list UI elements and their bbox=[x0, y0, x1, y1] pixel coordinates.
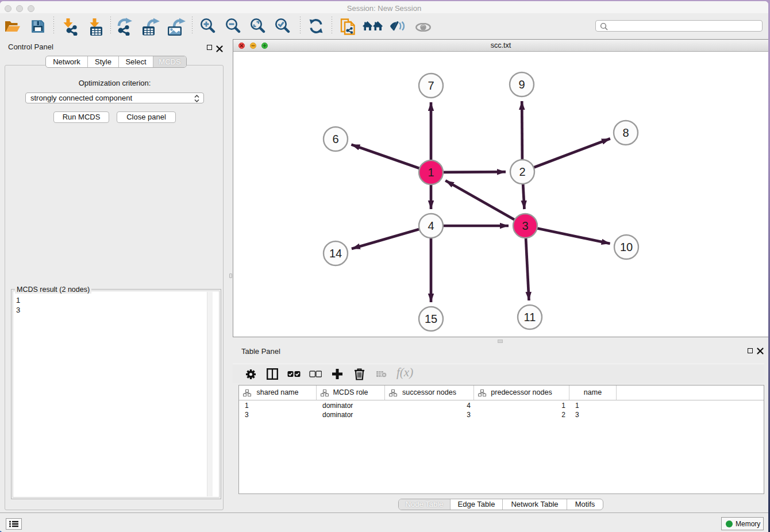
svg-text:10: 10 bbox=[620, 241, 633, 253]
svg-text:7: 7 bbox=[428, 79, 434, 92]
svg-text:8: 8 bbox=[622, 126, 629, 139]
svg-text:9: 9 bbox=[518, 78, 525, 91]
svg-text:3: 3 bbox=[522, 219, 528, 232]
svg-text:6: 6 bbox=[332, 133, 338, 145]
svg-text:2: 2 bbox=[519, 165, 525, 178]
svg-text:14: 14 bbox=[329, 247, 342, 260]
svg-text:15: 15 bbox=[425, 313, 437, 325]
svg-text:4: 4 bbox=[428, 219, 434, 232]
svg-text:11: 11 bbox=[524, 311, 536, 323]
svg-text:1: 1 bbox=[428, 166, 434, 179]
